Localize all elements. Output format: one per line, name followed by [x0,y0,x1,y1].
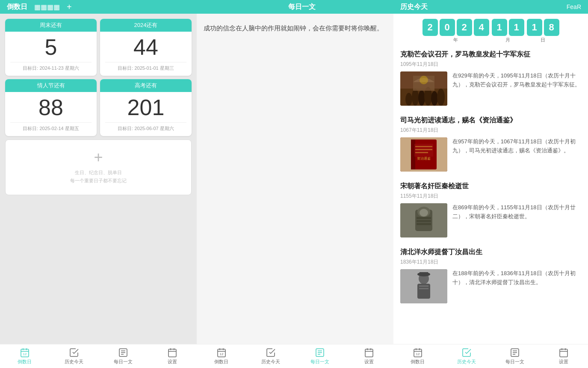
history-title-0: 克勒芒会议召开，罗马教皇发起十字军东征 [400,50,581,59]
svg-point-24 [420,209,428,217]
card-body-weekend: 5 目标日: 2024-11-23 星期六 [5,32,97,76]
svg-rect-16 [414,144,433,157]
year-digits: 2 0 2 4 [423,19,489,36]
history-desc-0: 在929年前的今天，1095年11月18日（农历十月十九），克勒芒会议召开，罗马… [452,71,581,89]
history-title-1: 司马光初进读通志，赐名《资治通鉴》 [400,116,581,125]
svg-point-2 [405,93,412,106]
day-digit-2: 8 [544,19,559,36]
bottom-nav: 12 倒数日 历史今天 每日一文 [0,344,588,368]
nav-right-countdown[interactable]: 12 倒数日 [393,344,442,368]
svg-point-7 [437,89,445,106]
center-panel: 成功的信念在人脑中的作用就如闹钟，会在你需要时将你唤醒。 [197,14,393,344]
countdown-card-2024[interactable]: 2024还有 44 目标日: 2025-01-01 星期三 [100,19,192,76]
history-date-3: 1836年11月18日 [400,258,581,266]
countdown-row-2: 情人节还有 88 目标日: 2025-02-14 星期五 高考还有 201 目标… [5,79,192,136]
nav-center-countdown[interactable]: 12 倒数日 [197,344,246,368]
nav-left-settings[interactable]: 设置 [148,344,197,368]
month-group: 1 1 月 [492,19,524,43]
countdown-row-1: 周末还有 5 目标日: 2024-11-23 星期六 2024还有 44 目标日… [5,19,192,76]
nav-label-daily-left: 每日一文 [114,359,133,365]
day-digits: 1 8 [527,19,559,36]
top-bar-center: 每日一文 [204,3,400,12]
svg-rect-30 [419,285,428,287]
fear-label: FeaR [567,3,581,10]
nav-left-daily[interactable]: 每日一文 [98,344,148,368]
history-image-1: 资治通鉴 [400,137,447,172]
card-header-2024: 2024还有 [100,19,192,32]
svg-rect-21 [417,217,431,219]
nav-center-history[interactable]: 历史今天 [246,344,295,368]
history-item-0[interactable]: 克勒芒会议召开，罗马教皇发起十字军东征 1095年11月18日 [400,50,581,106]
history-desc-1: 在957年前的今天，1067年11月18日（农历十月初九），司马光初进读通志，赐… [452,137,581,155]
nav-center-settings[interactable]: 设置 [344,344,393,368]
grid-icon[interactable]: ▦▦▦▦ [34,3,60,11]
countdown-target-weekend: 目标日: 2024-11-23 星期六 [10,62,92,71]
nav-left-history[interactable]: 历史今天 [49,344,98,368]
history-content-1: 资治通鉴 在957年前的今天，1067年11月18日（农历十月初九），司马光初进… [400,137,581,172]
nav-label-history-center: 历史今天 [261,359,280,365]
nav-label-countdown-right: 倒数日 [411,359,425,365]
history-date-2: 1155年11月18日 [400,193,581,200]
svg-point-3 [412,89,419,106]
svg-rect-23 [417,223,431,225]
top-bar: 倒数日 ▦▦▦▦ + 每日一文 历史今天 FeaR [0,0,588,14]
nav-right-settings[interactable]: 设置 [539,344,588,368]
svg-text:12: 12 [23,352,27,356]
svg-text:资治通鉴: 资治通鉴 [417,157,431,160]
day-group: 1 8 日 [527,19,559,43]
history-image-2 [400,203,447,237]
history-image-3 [400,269,447,303]
nav-right-daily[interactable]: 每日一文 [491,344,540,368]
history-item-1[interactable]: 司马光初进读通志，赐名《资治通鉴》 1067年11月18日 [400,116,581,172]
daily-text-content: 成功的信念在人脑中的作用就如闹钟，会在你需要时将你唤醒。 [204,22,387,34]
nav-label-daily-center: 每日一文 [310,359,329,365]
countdown-card-weekend[interactable]: 周末还有 5 目标日: 2024-11-23 星期六 [5,19,97,76]
history-item-3[interactable]: 清北洋水师提督丁汝昌出生 1836年11月18日 [400,248,581,303]
countdown-number-weekend: 5 [45,35,57,59]
svg-rect-54 [365,349,373,357]
svg-rect-22 [417,220,431,222]
card-header-valentine: 情人节还有 [5,79,97,92]
countdown-target-gaokao: 目标日: 2025-06-07 星期六 [105,122,186,132]
month-digits: 1 1 [492,19,524,36]
countdown-number-2024: 44 [133,35,158,59]
svg-rect-67 [560,349,567,357]
nav-label-settings-center: 设置 [364,359,374,365]
month-digit-1: 1 [492,19,507,36]
svg-point-6 [431,91,438,106]
add-plus-icon: + [94,150,103,165]
nav-right-history[interactable]: 历史今天 [442,344,491,368]
svg-text:12: 12 [416,352,420,356]
card-body-2024: 44 目标日: 2025-01-01 星期三 [100,32,192,76]
countdown-target-2024: 目标日: 2025-01-01 星期三 [105,62,186,71]
countdown-card-gaokao[interactable]: 高考还有 201 目标日: 2025-06-07 星期六 [100,79,192,136]
right-panel[interactable]: 2 0 2 4 年 1 1 月 1 8 日 [393,14,588,344]
left-panel: 周末还有 5 目标日: 2024-11-23 星期六 2024还有 44 目标日… [0,14,197,344]
center-panel-title: 每日一文 [288,3,316,12]
nav-right: 12 倒数日 历史今天 每日一文 [393,344,588,368]
svg-rect-29 [420,272,428,276]
card-header-weekend: 周末还有 [5,19,97,32]
history-date-1: 1067年11月18日 [400,127,581,134]
nav-label-countdown-center: 倒数日 [214,359,228,365]
nav-center-daily[interactable]: 每日一文 [295,344,344,368]
add-countdown-card[interactable]: + 生日、纪念日、脱单日 每一个重要日子都不要忘记 [5,139,192,195]
month-digit-2: 1 [509,19,524,36]
history-item-2[interactable]: 宋朝著名奸臣秦桧逝世 1155年11月18日 [400,182,581,237]
history-content-3: 在188年前的今天，1836年11月18日（农历十月初十），清北洋水师提督丁汝昌… [400,269,581,303]
nav-label-history-right: 历史今天 [457,359,476,365]
svg-rect-31 [419,288,428,289]
nav-label-settings-left: 设置 [168,359,177,365]
nav-left-countdown[interactable]: 12 倒数日 [0,344,49,368]
right-panel-title: 历史今天 [400,3,428,12]
nav-label-daily-right: 每日一文 [505,359,524,365]
year-digit-1: 2 [423,19,438,36]
nav-label-countdown-left: 倒数日 [18,359,32,365]
nav-center: 12 倒数日 历史今天 每日一文 [197,344,393,368]
add-icon[interactable]: + [67,2,72,12]
card-body-valentine: 88 目标日: 2025-02-14 星期五 [5,92,97,136]
countdown-card-valentine[interactable]: 情人节还有 88 目标日: 2025-02-14 星期五 [5,79,97,136]
year-digit-2: 0 [440,19,455,36]
history-title-2: 宋朝著名奸臣秦桧逝世 [400,182,581,191]
day-label: 日 [541,37,545,43]
